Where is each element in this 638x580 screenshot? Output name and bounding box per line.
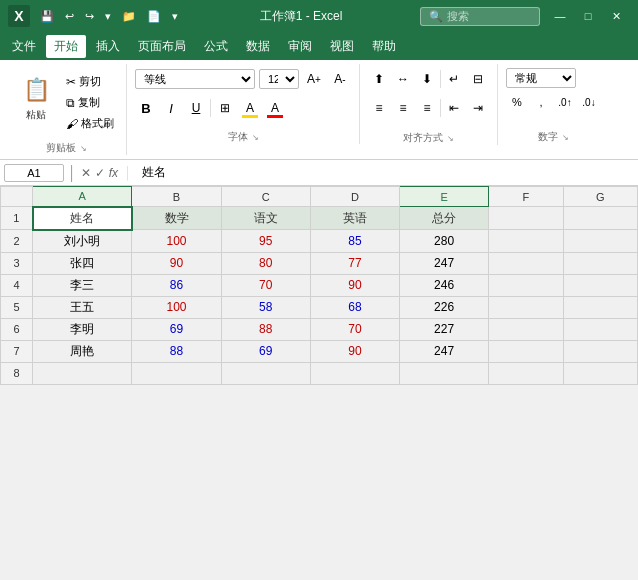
font-color-button[interactable]: A <box>264 97 286 119</box>
cell-E5[interactable]: 226 <box>400 296 489 318</box>
menu-view[interactable]: 视图 <box>322 35 362 58</box>
indent-decrease-button[interactable]: ⇤ <box>443 97 465 119</box>
cell-G4[interactable] <box>563 274 637 296</box>
row-header-6[interactable]: 6 <box>1 318 33 340</box>
cell-F7[interactable] <box>489 340 563 362</box>
font-name-select[interactable]: 等线 <box>135 69 255 89</box>
cell-D1[interactable]: 英语 <box>310 207 399 230</box>
top-align-button[interactable]: ⬆ <box>368 68 390 90</box>
cell-G1[interactable] <box>563 207 637 230</box>
minimize-button[interactable]: — <box>546 5 574 27</box>
menu-help[interactable]: 帮助 <box>364 35 404 58</box>
open-button[interactable]: 📁 <box>118 8 140 25</box>
clipboard-expand-icon[interactable]: ↘ <box>80 144 87 153</box>
border-button[interactable]: ⊞ <box>214 97 236 119</box>
cell-B5[interactable]: 100 <box>132 296 221 318</box>
cell-G2[interactable] <box>563 230 637 253</box>
menu-page-layout[interactable]: 页面布局 <box>130 35 194 58</box>
cell-E6[interactable]: 227 <box>400 318 489 340</box>
font-grow-button[interactable]: A+ <box>303 68 325 90</box>
cell-F5[interactable] <box>489 296 563 318</box>
cell-A7[interactable]: 周艳 <box>33 340 132 362</box>
cell-D4[interactable]: 90 <box>310 274 399 296</box>
decrease-decimal-button[interactable]: .0↓ <box>578 91 600 113</box>
cell-G3[interactable] <box>563 252 637 274</box>
cell-A6[interactable]: 李明 <box>33 318 132 340</box>
italic-button[interactable]: I <box>160 97 182 119</box>
number-format-select[interactable]: 常规 <box>506 68 576 88</box>
bold-button[interactable]: B <box>135 97 157 119</box>
cell-A2[interactable]: 刘小明 <box>33 230 132 253</box>
menu-insert[interactable]: 插入 <box>88 35 128 58</box>
cell-C5[interactable]: 58 <box>221 296 310 318</box>
cell-E2[interactable]: 280 <box>400 230 489 253</box>
font-shrink-button[interactable]: A- <box>329 68 351 90</box>
insert-function-icon[interactable]: fx <box>109 166 118 180</box>
cell-A1[interactable]: 姓名 <box>33 207 132 230</box>
fill-color-button[interactable]: A <box>239 97 261 119</box>
cell-B2[interactable]: 100 <box>132 230 221 253</box>
row-header-2[interactable]: 2 <box>1 230 33 253</box>
col-header-G[interactable]: G <box>563 187 637 207</box>
cell-E4[interactable]: 246 <box>400 274 489 296</box>
menu-review[interactable]: 审阅 <box>280 35 320 58</box>
cell-C6[interactable]: 88 <box>221 318 310 340</box>
cell-D3[interactable]: 77 <box>310 252 399 274</box>
row-header-7[interactable]: 7 <box>1 340 33 362</box>
cell-B1[interactable]: 数学 <box>132 207 221 230</box>
more-button[interactable]: ▾ <box>101 8 115 25</box>
cell-C3[interactable]: 80 <box>221 252 310 274</box>
cell-F8[interactable] <box>489 362 563 384</box>
indent-increase-button[interactable]: ⇥ <box>467 97 489 119</box>
cell-B3[interactable]: 90 <box>132 252 221 274</box>
maximize-button[interactable]: □ <box>574 5 602 27</box>
customize-button[interactable]: ▾ <box>168 8 182 25</box>
increase-decimal-button[interactable]: .0↑ <box>554 91 576 113</box>
redo-button[interactable]: ↪ <box>81 8 98 25</box>
wrap-text-button[interactable]: ↵ <box>443 68 465 90</box>
copy-button[interactable]: ⧉ 复制 <box>62 93 118 112</box>
cell-F1[interactable] <box>489 207 563 230</box>
save-button[interactable]: 💾 <box>36 8 58 25</box>
col-header-B[interactable]: B <box>132 187 221 207</box>
format-painter-button[interactable]: 🖌 格式刷 <box>62 114 118 133</box>
alignment-expand-icon[interactable]: ↘ <box>447 134 454 143</box>
cell-G5[interactable] <box>563 296 637 318</box>
close-button[interactable]: ✕ <box>602 5 630 27</box>
cut-button[interactable]: ✂ 剪切 <box>62 72 118 91</box>
cell-B6[interactable]: 69 <box>132 318 221 340</box>
col-header-C[interactable]: C <box>221 187 310 207</box>
number-expand-icon[interactable]: ↘ <box>562 133 569 142</box>
cell-D7[interactable]: 90 <box>310 340 399 362</box>
cell-E1[interactable]: 总分 <box>400 207 489 230</box>
cell-E7[interactable]: 247 <box>400 340 489 362</box>
cell-D5[interactable]: 68 <box>310 296 399 318</box>
middle-align-button[interactable]: ↔ <box>392 68 414 90</box>
cell-C4[interactable]: 70 <box>221 274 310 296</box>
cell-F4[interactable] <box>489 274 563 296</box>
cell-B7[interactable]: 88 <box>132 340 221 362</box>
row-header-3[interactable]: 3 <box>1 252 33 274</box>
font-expand-icon[interactable]: ↘ <box>252 133 259 142</box>
center-align-button[interactable]: ≡ <box>392 97 414 119</box>
cell-C2[interactable]: 95 <box>221 230 310 253</box>
menu-home[interactable]: 开始 <box>46 35 86 58</box>
row-header-4[interactable]: 4 <box>1 274 33 296</box>
cell-A8[interactable] <box>33 362 132 384</box>
col-header-E[interactable]: E <box>400 187 489 207</box>
cell-C8[interactable] <box>221 362 310 384</box>
cell-B8[interactable] <box>132 362 221 384</box>
comma-button[interactable]: , <box>530 91 552 113</box>
search-input[interactable] <box>447 10 537 22</box>
menu-data[interactable]: 数据 <box>238 35 278 58</box>
cell-G8[interactable] <box>563 362 637 384</box>
col-header-A[interactable]: A <box>33 187 132 207</box>
font-size-select[interactable]: 12 <box>259 69 299 89</box>
left-align-button[interactable]: ≡ <box>368 97 390 119</box>
new-button[interactable]: 📄 <box>143 8 165 25</box>
cell-C7[interactable]: 69 <box>221 340 310 362</box>
cell-F6[interactable] <box>489 318 563 340</box>
cell-A4[interactable]: 李三 <box>33 274 132 296</box>
row-header-1[interactable]: 1 <box>1 207 33 230</box>
cell-G6[interactable] <box>563 318 637 340</box>
